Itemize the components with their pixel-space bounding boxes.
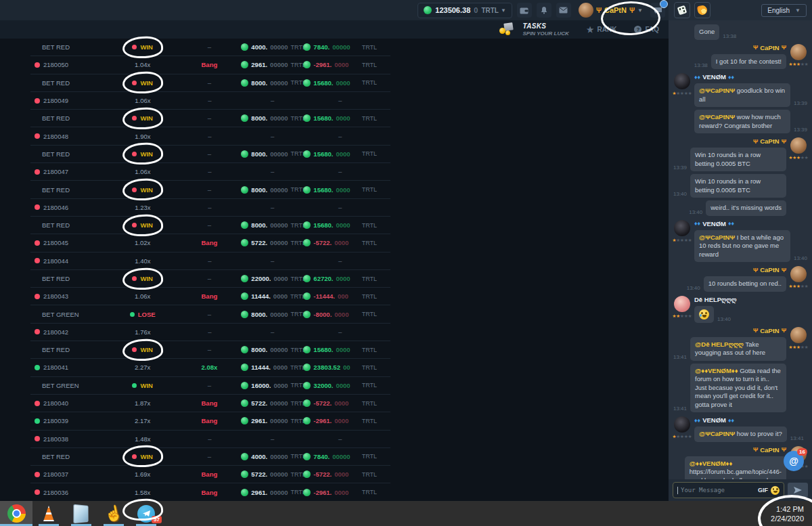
- chat-username[interactable]: ♦♦VENØM♦♦: [694, 416, 807, 424]
- bet-amount-cell: 8000.00000TRTL: [241, 346, 303, 353]
- table-row[interactable]: BET RED WIN – 22000.0000TRTL 62720.0000T…: [30, 270, 390, 288]
- avatar[interactable]: [674, 416, 690, 433]
- table-row[interactable]: BET RED WIN – 8000.00000TRTL 15680.0000T…: [30, 146, 390, 163]
- table-row[interactable]: 2180045 1.02x Bang 5722.00000TRTL -5722.…: [30, 234, 390, 252]
- table-row[interactable]: BET RED WIN – 8000.00000TRTL 15680.0000T…: [30, 74, 390, 92]
- chat-bubble[interactable]: I got 10 for the contest!: [711, 54, 786, 70]
- chat-username[interactable]: ♦♦VENØM♦♦: [694, 220, 807, 227]
- mention-text[interactable]: @Dē HELPღღღ: [695, 341, 745, 348]
- avatar[interactable]: [674, 220, 690, 236]
- chat-bubble[interactable]: @Dē HELPღღღ Take yougging ass out of her…: [690, 337, 786, 361]
- balance-selector[interactable]: 123506.380 TRTL▼: [418, 3, 512, 18]
- table-row[interactable]: BET GREEN LOSE – 8000.00000TRTL -8000.00…: [30, 305, 390, 323]
- chat-username[interactable]: ΨCaPtNΨ: [753, 137, 786, 145]
- result-cell: WIN: [108, 221, 178, 229]
- send-button[interactable]: [788, 483, 808, 498]
- table-row[interactable]: BET RED WIN – 4000.00000TRTL 7840.00000T…: [30, 448, 390, 466]
- table-row[interactable]: BET RED WIN – 8000.00000TRTL 15680.0000T…: [30, 181, 390, 198]
- table-row[interactable]: 2180036 1.58x Bang 2961.00000TRTL -2961.…: [30, 483, 390, 501]
- messages-button[interactable]: [556, 3, 571, 18]
- message-input[interactable]: Your Message GIF: [673, 482, 784, 498]
- chat-bubble[interactable]: Win 10 rounds in a row betting 0.0005 BT…: [690, 148, 786, 171]
- currency-coin-icon: [303, 239, 311, 246]
- currency-label: TRTL: [362, 418, 377, 424]
- amount-value: 4000.: [251, 43, 267, 51]
- taskbar-clock[interactable]: 1:42 PM 2/24/2020: [771, 504, 812, 523]
- avatar[interactable]: [579, 3, 593, 18]
- dice-button[interactable]: [674, 2, 690, 18]
- mention-text[interactable]: @ΨCaPtNΨ: [699, 430, 737, 437]
- chat-bubble[interactable]: @ΨCaPtNΨ I bet a while ago 10 reds but n…: [694, 230, 790, 263]
- chat-username[interactable]: ΨCaPtNΨ: [753, 266, 786, 273]
- table-row[interactable]: 2180041 2.27x 2.08x 11444.0000TRTL 23803…: [30, 359, 390, 376]
- taskbar-chrome[interactable]: [0, 501, 32, 526]
- chat-bubble-row: Win 10 rounds in a row betting 0.0005 BT…: [673, 174, 786, 198]
- bet-amount-cell: 11444.0000TRTL: [241, 292, 303, 300]
- table-row[interactable]: 2180037 1.69x Bang 5722.00000TRTL -5722.…: [30, 466, 390, 483]
- table-row[interactable]: 2180050 1.04x Bang 2961.00000TRTL -2961.…: [30, 56, 390, 74]
- chat-bubble[interactable]: @ΨCaPtNΨ how to prove it?: [694, 426, 787, 442]
- table-row[interactable]: 2180046 1.23x – – –: [30, 199, 390, 217]
- table-row[interactable]: BET RED WIN – 8000.00000TRTL 15680.0000T…: [30, 110, 390, 127]
- chat-bubble[interactable]: Gone: [694, 24, 719, 40]
- avatar[interactable]: [790, 266, 807, 282]
- mention-text[interactable]: @ΨCaPtNΨ: [699, 113, 737, 120]
- hot-games-button[interactable]: [694, 2, 710, 18]
- table-row[interactable]: 2180048 1.90x – – –: [30, 127, 390, 145]
- round-label: 2180044: [43, 257, 68, 265]
- table-row[interactable]: BET RED WIN – 8000.00000TRTL 15680.0000T…: [30, 341, 390, 359]
- emoji-picker-icon[interactable]: [771, 486, 780, 495]
- notifications-button[interactable]: [537, 3, 551, 18]
- table-row[interactable]: 2180040 1.87x Bang 5722.00000TRTL -5722.…: [30, 395, 390, 412]
- gif-button[interactable]: GIF: [758, 487, 768, 494]
- avatar[interactable]: [790, 44, 807, 60]
- table-row[interactable]: 2180044 1.40x – – –: [30, 253, 390, 270]
- avatar[interactable]: [790, 327, 807, 343]
- wallet-button[interactable]: [517, 3, 532, 18]
- cashout-value: –: [208, 311, 211, 318]
- table-row[interactable]: 2180043 1.06x Bang 11444.0000TRTL -11444…: [30, 288, 390, 305]
- rank-link[interactable]: ★ RANK: [587, 26, 617, 33]
- chat-bubble[interactable]: @ΨCaPtNΨ goodluck bro win all: [694, 83, 790, 107]
- chat-username[interactable]: ΨCaPtNΨ: [753, 44, 786, 51]
- chat-username[interactable]: ΨCaPtNΨ: [753, 327, 786, 334]
- table-row[interactable]: BET RED WIN – 8000.00000TRTL 15680.0000T…: [30, 217, 390, 234]
- chat-bubble[interactable]: [694, 306, 714, 323]
- chat-bubble[interactable]: @♦♦VENØM♦♦ Gotta read the forum on how t…: [690, 364, 786, 413]
- mention-text[interactable]: @♦♦VENØM♦♦: [690, 460, 733, 467]
- table-row[interactable]: 2180039 2.17x Bang 2961.00000TRTL -2961.…: [30, 412, 390, 430]
- tasks-link[interactable]: TASKS SPIN YOUR LUCK: [499, 22, 568, 37]
- chat-bubble[interactable]: @♦♦VENØM♦♦ https://forum.bc.game/topic/4…: [685, 456, 786, 480]
- amount-value: 15680.: [313, 346, 333, 353]
- chat-username[interactable]: Dē HELPღღღ: [694, 296, 807, 303]
- tasks-subtitle: SPIN YOUR LUCK: [522, 30, 568, 37]
- faq-link[interactable]: ? FAQ: [634, 26, 659, 33]
- taskbar-vlc[interactable]: [32, 501, 65, 526]
- mention-text[interactable]: @ΨCaPtNΨ: [699, 234, 737, 241]
- chat-toggle-button[interactable]: [650, 3, 665, 18]
- chat-bubble[interactable]: Win 10 rounds in a row betting 0.0005 BT…: [690, 174, 786, 198]
- round-label-cell: 2180050: [30, 61, 108, 68]
- table-row[interactable]: BET GREEN WIN – 16000.0000TRTL 32000.000…: [30, 377, 390, 395]
- chat-bubble[interactable]: @ΨCaPtNΨ wow how much reward? Congrats b…: [694, 110, 790, 133]
- avatar[interactable]: [674, 296, 690, 312]
- table-row[interactable]: BET RED WIN – 4000.00000TRTL 7840.00000T…: [30, 39, 390, 56]
- taskbar-notepad[interactable]: [65, 501, 97, 526]
- mention-text[interactable]: @♦♦VENØM♦♦: [695, 367, 740, 374]
- round-label: BET RED: [42, 453, 70, 460]
- chat-bubble[interactable]: 10 rounds betting on red..: [704, 276, 786, 292]
- avatar[interactable]: [790, 137, 807, 154]
- table-row[interactable]: 2180042 1.76x – – –: [30, 324, 390, 341]
- chat-group-content: ♦♦VENØM♦♦@ΨCaPtNΨ how to prove it?13:41: [694, 416, 807, 442]
- table-row[interactable]: 2180049 1.06x – – –: [30, 92, 390, 110]
- user-menu[interactable]: ΨCaPtNΨ ▼: [576, 3, 646, 18]
- mention-text[interactable]: @ΨCaPtNΨ: [699, 87, 737, 94]
- chat-bubble[interactable]: weird.. it's missing words: [706, 200, 786, 216]
- mentions-button[interactable]: @ 16: [784, 451, 804, 471]
- chat-username[interactable]: ΨCaPtNΨ: [753, 446, 786, 454]
- table-row[interactable]: 2180038 1.48x – – –: [30, 431, 390, 448]
- table-row[interactable]: 2180047 1.06x – – –: [30, 163, 390, 181]
- avatar[interactable]: [674, 73, 690, 89]
- language-selector[interactable]: English ▼: [761, 4, 807, 17]
- chat-username[interactable]: ♦♦VENØM♦♦: [694, 73, 807, 81]
